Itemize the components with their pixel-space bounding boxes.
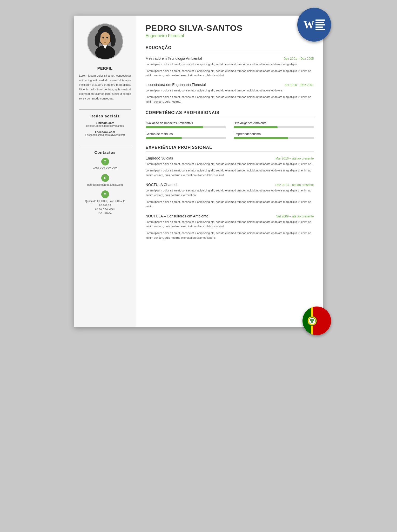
skill-bar-fill-2 — [234, 126, 278, 128]
skill-1: Avaliação de Impactes Ambientais — [146, 121, 226, 128]
skill-name-1: Avaliação de Impactes Ambientais — [146, 121, 226, 125]
skill-bar-bg-2 — [234, 126, 314, 128]
contact-email: E pedross@emprego30dias.com — [79, 174, 131, 187]
skill-bar-bg-1 — [146, 126, 226, 128]
word-line-2 — [315, 22, 324, 23]
social-section: Redes sociais LinkedIn.com linkedin.com/… — [79, 114, 131, 139]
exp-para-3-1: Lorem ipsum dolor sit amet, consectetur … — [146, 220, 314, 229]
exp-row-3: NOCTULA – Consultores em Ambiente Set 20… — [146, 214, 314, 218]
exp-company-1: Emprego 30 dias — [146, 156, 173, 160]
contact-phone: T +351 XXX XXX XXX — [79, 158, 131, 170]
email-address: pedross@emprego30dias.com — [87, 183, 123, 187]
skills-title: COMPETÊNCIAS PROFISSIONAIS — [146, 110, 314, 117]
page-wrapper: W — [74, 16, 323, 327]
linkedin-link: linkedin.com/in/pedrosilvasantos — [79, 124, 131, 127]
exp-item-3: NOCTULA – Consultores em Ambiente Set 20… — [146, 214, 314, 240]
edu-date-2: Set 1996 – Dez 2001 — [285, 83, 314, 87]
skill-3: Gestão de resíduos — [146, 132, 226, 139]
skills-section: COMPETÊNCIAS PROFISSIONAIS Avaliação de … — [146, 110, 314, 139]
edu-para-2-2: Lorem ipsum dolor sit amet, consectetur … — [146, 95, 314, 104]
skills-grid: Avaliação de Impactes Ambientais Due-dil… — [146, 121, 314, 139]
skill-bar-fill-1 — [146, 126, 203, 128]
svg-point-12 — [99, 32, 110, 45]
exp-date-2: Dez 2013 – até ao presente — [275, 183, 314, 187]
address-icon: M — [101, 190, 109, 198]
skill-name-2: Due-diligence Ambiental — [234, 121, 314, 125]
header-section: PEDRO SILVA-SANTOS Engenheiro Florestal — [146, 23, 314, 38]
word-badge: W — [297, 8, 331, 42]
phone-number: +351 XXX XXX XXX — [93, 167, 117, 170]
education-section: EDUCAÇÃO Mestrado em Tecnologia Ambienta… — [146, 45, 314, 104]
exp-para-2-1: Lorem ipsum dolor sit amet, consectetur … — [146, 188, 314, 197]
edu-para-1-1: Lorem ipsum dolor sit amet, consectetur … — [146, 62, 314, 67]
social-title: Redes sociais — [79, 114, 131, 118]
edu-row-1: Mestrado em Tecnologia Ambiental Dez 200… — [146, 56, 314, 61]
portugal-flag-svg — [302, 307, 331, 335]
edu-date-1: Dez 2001 – Dez 2005 — [284, 57, 314, 61]
facebook-link: Facebook.com/pedro.silvasantos0 — [79, 134, 131, 136]
divider-1 — [79, 109, 131, 110]
education-title: EDUCAÇÃO — [146, 45, 314, 52]
linkedin-name: LinkedIn.com — [79, 121, 131, 124]
word-line-3 — [315, 24, 325, 25]
candidate-title: Engenheiro Florestal — [146, 34, 314, 38]
profile-text: Lorem ipsum dolor sit amet, consectetur … — [79, 74, 131, 101]
sidebar: PERFIL Lorem ipsum dolor sit amet, conse… — [74, 16, 136, 327]
address-text: Quinta da XXXXXX, Lote XXX – 1º XXXXXXX … — [85, 199, 125, 215]
candidate-name: PEDRO SILVA-SANTOS — [146, 23, 314, 33]
social-item-linkedin: LinkedIn.com linkedin.com/in/pedrosilvas… — [79, 121, 131, 127]
exp-company-3: NOCTULA – Consultores em Ambiente — [146, 214, 208, 218]
contact-address: M Quinta da XXXXXX, Lote XXX – 1º XXXXXX… — [79, 190, 131, 215]
svg-point-15 — [102, 37, 104, 38]
email-icon: E — [101, 174, 109, 182]
experience-title: EXPERIÊNCIA PROFISSIONAL — [146, 145, 314, 152]
exp-para-2-2: Lorem ipsum dolor sit amet, consectetur … — [146, 200, 314, 209]
avatar — [87, 23, 123, 60]
exp-company-2: NOCTULA Channel — [146, 183, 177, 187]
svg-rect-7 — [311, 321, 313, 323]
exp-item-1: Emprego 30 dias Mar 2016 – até ao presen… — [146, 156, 314, 178]
exp-para-1-2: Lorem ipsum dolor sit amet, consectetur … — [146, 168, 314, 177]
exp-para-3-2: Lorem ipsum dolor sit amet, consectetur … — [146, 231, 314, 240]
contacts-section: Contactos T +351 XXX XXX XXX E pedross@e… — [79, 150, 131, 218]
resume-container: PERFIL Lorem ipsum dolor sit amet, conse… — [74, 16, 323, 327]
word-line-4 — [315, 26, 323, 28]
edu-item-1: Mestrado em Tecnologia Ambiental Dez 200… — [146, 56, 314, 78]
word-line-5 — [315, 29, 325, 30]
exp-row-1: Emprego 30 dias Mar 2016 – até ao presen… — [146, 156, 314, 160]
portugal-badge — [302, 307, 331, 335]
facebook-name: Facebook.com — [79, 130, 131, 134]
edu-para-1-2: Lorem ipsum dolor sit amet, consectetur … — [146, 69, 314, 78]
contacts-title: Contactos — [79, 150, 131, 155]
word-lines — [315, 19, 325, 30]
word-letter: W — [304, 19, 314, 30]
skill-bar-fill-4 — [234, 137, 288, 139]
divider-2 — [79, 146, 131, 146]
phone-icon: T — [101, 158, 109, 165]
edu-para-2-1: Lorem ipsum dolor sit amet, consectetur … — [146, 88, 314, 93]
exp-row-2: NOCTULA Channel Dez 2013 – até ao presen… — [146, 183, 314, 187]
social-item-facebook: Facebook.com Facebook.com/pedro.silvasan… — [79, 130, 131, 136]
edu-item-2: Licenciatura em Enganharia Florestal Set… — [146, 83, 314, 104]
skill-4: Empreendedorismo — [234, 132, 314, 139]
edu-degree-1: Mestrado em Tecnologia Ambiental — [146, 56, 202, 61]
skill-bar-bg-4 — [234, 137, 314, 139]
svg-rect-5 — [310, 319, 312, 321]
skill-name-4: Empreendedorismo — [234, 132, 314, 136]
svg-point-16 — [106, 37, 108, 38]
profile-title: PERFIL — [97, 66, 113, 70]
edu-row-2: Licenciatura em Enganharia Florestal Set… — [146, 83, 314, 87]
exp-item-2: NOCTULA Channel Dez 2013 – até ao presen… — [146, 183, 314, 209]
exp-date-3: Set 2009 – até ao presente — [276, 215, 314, 218]
exp-para-1-1: Lorem ipsum dolor sit amet, consectetur … — [146, 162, 314, 167]
exp-date-1: Mar 2016 – até ao presente — [275, 157, 314, 160]
skill-bar-bg-3 — [146, 137, 226, 139]
word-line-1 — [315, 19, 325, 21]
svg-point-17 — [105, 39, 106, 41]
skill-name-3: Gestão de resíduos — [146, 132, 226, 136]
svg-rect-6 — [312, 319, 314, 321]
skill-bar-fill-3 — [146, 137, 182, 139]
experience-section: EXPERIÊNCIA PROFISSIONAL Emprego 30 dias… — [146, 145, 314, 240]
edu-degree-2: Licenciatura em Enganharia Florestal — [146, 83, 206, 87]
word-badge-inner: W — [304, 19, 325, 30]
